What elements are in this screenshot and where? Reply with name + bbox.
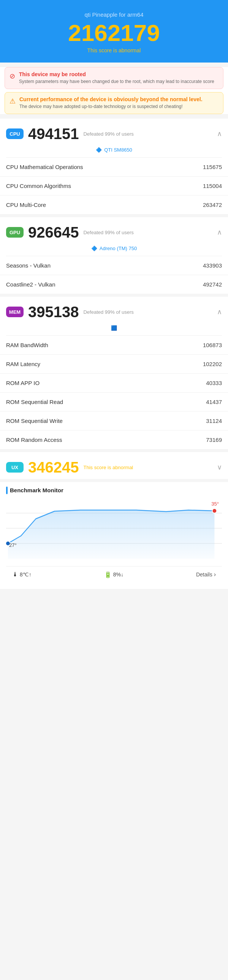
- gpu-chip-label: 🔷 Adreno (TM) 750: [0, 244, 228, 256]
- metric-label: CPU Common Algorithms: [6, 183, 71, 189]
- metric-label: Seasons - Vulkan: [6, 262, 51, 269]
- gpu-meta: Defeated 99% of users: [83, 230, 212, 235]
- chart-dot-right: [212, 509, 217, 513]
- ux-chevron-down-icon[interactable]: ∨: [217, 463, 222, 471]
- gpu-section: GPU 926645 Defeated 99% of users ∧ 🔷 Adr…: [0, 217, 228, 294]
- gpu-chip-icon: 🔷: [91, 245, 97, 251]
- alert-red-title: This device may be rooted: [19, 71, 214, 77]
- cpu-chip-name: QTI SM8650: [104, 147, 132, 153]
- footer-stats: 🌡 8℃↑ 🔋 8%↓ Details ›: [6, 566, 222, 583]
- gpu-chevron-up-icon[interactable]: ∧: [217, 228, 222, 237]
- alert-performance: ⚠ Current performance of the device is o…: [5, 92, 223, 114]
- app-header: qti Pineapple for arm64 2162179 This sco…: [0, 0, 228, 62]
- cpu-score: 494151: [28, 126, 79, 143]
- gpu-metrics: Seasons - Vulkan 433903 Coastline2 - Vul…: [0, 256, 228, 294]
- alert-red-desc: System parameters may have been changed …: [19, 78, 214, 85]
- metric-value: 106873: [203, 342, 222, 348]
- metric-label: ROM APP IO: [6, 380, 40, 386]
- table-row: RAM Latency 102202: [0, 355, 228, 374]
- cpu-header: CPU 494151 Defeated 99% of users ∧: [0, 119, 228, 146]
- table-row: RAM BandWidth 106873: [0, 336, 228, 355]
- benchmark-title-text: Benchmark Monitor: [10, 487, 63, 493]
- mem-chevron-up-icon[interactable]: ∧: [217, 308, 222, 316]
- metric-label: RAM Latency: [6, 361, 40, 367]
- mem-header: MEM 395138 Defeated 99% of users ∧: [0, 297, 228, 324]
- chart-svg: [6, 498, 222, 558]
- gpu-header: GPU 926645 Defeated 99% of users ∧: [0, 217, 228, 244]
- benchmark-section: Benchmark Monitor 35° 27°: [0, 482, 228, 589]
- alert-orange-icon: ⚠: [10, 97, 16, 105]
- metric-value: 102202: [203, 361, 222, 367]
- cpu-badge: CPU: [6, 129, 24, 139]
- temp-stat: 🌡 8℃↑: [12, 571, 32, 578]
- mem-badge: MEM: [6, 307, 24, 317]
- details-label: Details: [196, 571, 212, 578]
- cpu-chip-label: 🔷 QTI SM8650: [0, 146, 228, 157]
- battery-icon: 🔋: [104, 571, 112, 578]
- metric-value: 40333: [206, 380, 222, 386]
- ux-section: UX 346245 This score is abnormal ∨: [0, 452, 228, 479]
- table-row: ROM Random Access 73169: [0, 431, 228, 449]
- battery-value: 8%↓: [113, 571, 124, 578]
- details-button[interactable]: Details ›: [196, 571, 216, 578]
- metric-value: 492742: [203, 281, 222, 288]
- alerts-container: ⊘ This device may be rooted System param…: [0, 67, 228, 114]
- mem-chip-label: 🟦: [0, 324, 228, 336]
- temp-value: 8℃↑: [20, 571, 32, 578]
- ux-badge: UX: [6, 462, 24, 473]
- table-row: CPU Multi-Core 263472: [0, 196, 228, 214]
- benchmark-chart: 35° 27°: [6, 498, 222, 566]
- table-row: Coastline2 - Vulkan 492742: [0, 275, 228, 294]
- alert-rooted: ⊘ This device may be rooted System param…: [5, 67, 223, 89]
- gpu-chip-name: Adreno (TM) 750: [100, 245, 137, 251]
- ux-header: UX 346245 This score is abnormal ∨: [0, 452, 228, 479]
- gpu-score: 926645: [28, 224, 79, 241]
- cpu-metrics: CPU Mathematical Operations 115675 CPU C…: [0, 158, 228, 214]
- table-row: CPU Mathematical Operations 115675: [0, 158, 228, 177]
- alert-orange-title: Current performance of the device is obv…: [19, 96, 202, 102]
- ux-score: 346245: [28, 459, 79, 476]
- battery-stat: 🔋 8%↓: [104, 571, 124, 578]
- table-row: Seasons - Vulkan 433903: [0, 256, 228, 275]
- details-arrow-icon: ›: [214, 571, 216, 578]
- metric-value: 31124: [206, 418, 222, 424]
- benchmark-title: Benchmark Monitor: [6, 487, 222, 494]
- total-score: 2162179: [8, 20, 220, 46]
- alert-orange-content: Current performance of the device is obv…: [19, 96, 202, 110]
- table-row: CPU Common Algorithms 115004: [0, 177, 228, 196]
- metric-label: CPU Multi-Core: [6, 202, 46, 208]
- metric-label: RAM BandWidth: [6, 342, 48, 348]
- alert-orange-desc: The device may have adopted up-to-date t…: [19, 103, 202, 110]
- alert-red-icon: ⊘: [10, 72, 15, 80]
- metric-label: CPU Mathematical Operations: [6, 164, 83, 170]
- metric-label: ROM Sequential Read: [6, 399, 63, 405]
- chart-label-bottom: 27°: [9, 542, 17, 548]
- chip-icon: 🔷: [96, 147, 102, 153]
- alert-red-content: This device may be rooted System paramet…: [19, 71, 214, 85]
- metric-label: Coastline2 - Vulkan: [6, 281, 56, 288]
- metric-value: 41437: [206, 399, 222, 405]
- mem-score: 395138: [28, 304, 79, 321]
- chart-label-top: 35°: [211, 501, 219, 507]
- abnormal-label: This score is abnormal: [8, 48, 220, 53]
- metric-value: 263472: [203, 202, 222, 208]
- ux-abnormal-label: This score is abnormal: [83, 465, 212, 470]
- metric-value: 115675: [203, 164, 222, 170]
- table-row: ROM APP IO 40333: [0, 374, 228, 393]
- mem-chip-icon: 🟦: [111, 325, 117, 331]
- thermometer-icon: 🌡: [12, 571, 18, 578]
- cpu-chevron-up-icon[interactable]: ∧: [217, 130, 222, 138]
- gpu-badge: GPU: [6, 227, 24, 238]
- metric-value: 115004: [203, 183, 222, 189]
- mem-section: MEM 395138 Defeated 99% of users ∧ 🟦 RAM…: [0, 297, 228, 449]
- mem-metrics: RAM BandWidth 106873 RAM Latency 102202 …: [0, 336, 228, 449]
- table-row: ROM Sequential Read 41437: [0, 393, 228, 412]
- table-row: ROM Sequential Write 31124: [0, 412, 228, 431]
- metric-value: 433903: [203, 262, 222, 269]
- benchmark-bar-icon: [6, 487, 8, 494]
- header-subtitle: qti Pineapple for arm64: [8, 11, 220, 18]
- cpu-meta: Defeated 99% of users: [83, 131, 212, 137]
- metric-value: 73169: [206, 437, 222, 443]
- mem-meta: Defeated 99% of users: [83, 309, 212, 315]
- cpu-section: CPU 494151 Defeated 99% of users ∧ 🔷 QTI…: [0, 119, 228, 214]
